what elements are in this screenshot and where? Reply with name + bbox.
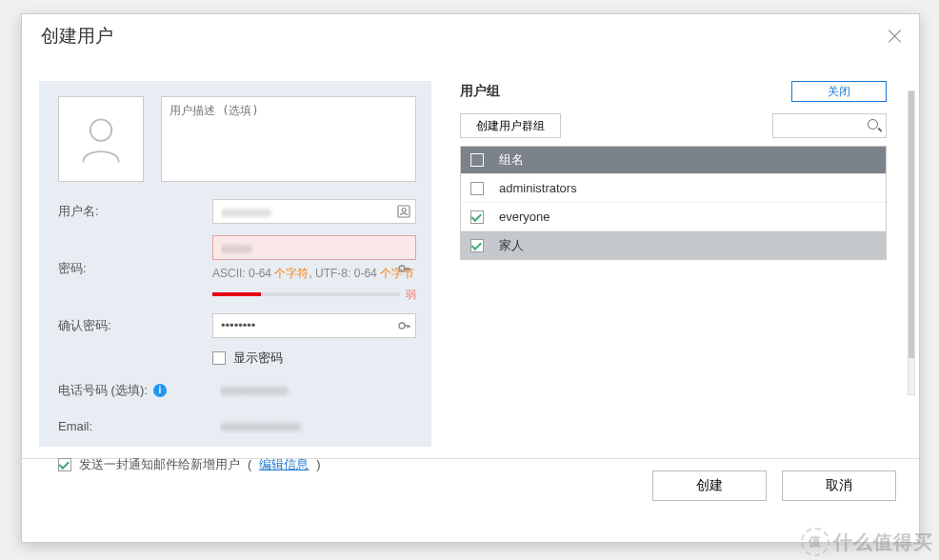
- username-label: 用户名:: [58, 203, 212, 220]
- row-name: 家人: [499, 237, 524, 254]
- group-panel-title: 用户组: [460, 83, 500, 100]
- group-table: 组名 administratorseveryone家人: [460, 146, 887, 260]
- password-strength: 弱: [212, 288, 416, 302]
- user-info-panel: 用户名: 密码:: [39, 81, 431, 447]
- confirm-password-label: 确认密码:: [58, 317, 212, 334]
- table-header: 组名: [461, 147, 886, 173]
- row-name: administrators: [499, 181, 577, 195]
- key-icon[interactable]: [396, 261, 411, 276]
- person-icon: [72, 110, 130, 168]
- titlebar: 创建用户: [22, 14, 919, 58]
- search-icon: [868, 119, 881, 132]
- column-name: 组名: [499, 151, 524, 169]
- send-email-label: 发送一封通知邮件给新增用户: [79, 456, 240, 473]
- description-input[interactable]: [161, 96, 416, 182]
- group-search[interactable]: [772, 113, 887, 138]
- close-icon[interactable]: [887, 28, 904, 45]
- create-group-button[interactable]: 创建用户群组: [460, 113, 561, 138]
- close-group-button[interactable]: 关闭: [791, 81, 887, 102]
- avatar-upload[interactable]: [58, 96, 144, 182]
- password-label: 密码:: [58, 260, 212, 277]
- show-password-label: 显示密码: [233, 350, 283, 367]
- row-checkbox[interactable]: [470, 182, 484, 195]
- row-checkbox[interactable]: [470, 210, 484, 224]
- svg-point-3: [399, 266, 405, 271]
- email-input[interactable]: [212, 414, 416, 439]
- username-input[interactable]: [212, 199, 416, 224]
- phone-input[interactable]: [212, 378, 416, 403]
- send-email-checkbox[interactable]: [58, 458, 71, 471]
- row-name: everyone: [499, 210, 549, 224]
- dialog-title: 创建用户: [41, 24, 113, 49]
- user-group-panel: 用户组 关闭 创建用户群组 组名 administratorseveryone家…: [431, 81, 902, 447]
- email-label: Email:: [58, 419, 212, 433]
- watermark: 值 什么值得买: [801, 528, 933, 556]
- dialog-body: 用户名: 密码:: [22, 58, 919, 458]
- select-all-checkbox[interactable]: [470, 153, 484, 167]
- table-row[interactable]: 家人: [461, 230, 886, 259]
- scrollbar-thumb[interactable]: [909, 91, 914, 358]
- show-password-checkbox[interactable]: [212, 351, 226, 365]
- info-icon[interactable]: i: [153, 384, 167, 397]
- key-icon[interactable]: [396, 318, 411, 333]
- table-row[interactable]: administrators: [461, 173, 886, 202]
- svg-point-4: [399, 323, 405, 329]
- row-checkbox[interactable]: [470, 239, 484, 252]
- create-user-dialog: 创建用户 用户名:: [21, 13, 920, 543]
- password-hint: ASCII: 0-64 个字符, UTF-8: 0-64 个字节: [212, 266, 416, 282]
- contact-icon: [396, 204, 411, 219]
- confirm-password-input[interactable]: [212, 313, 416, 338]
- svg-point-2: [402, 209, 406, 212]
- table-row[interactable]: everyone: [461, 202, 886, 230]
- password-input[interactable]: [212, 235, 416, 260]
- create-button[interactable]: 创建: [652, 470, 767, 501]
- scrollbar[interactable]: [908, 90, 915, 395]
- svg-point-0: [90, 119, 112, 141]
- cancel-button[interactable]: 取消: [782, 470, 896, 501]
- phone-label: 电话号码 (选填): i: [58, 382, 212, 399]
- edit-info-link[interactable]: 编辑信息: [259, 456, 309, 473]
